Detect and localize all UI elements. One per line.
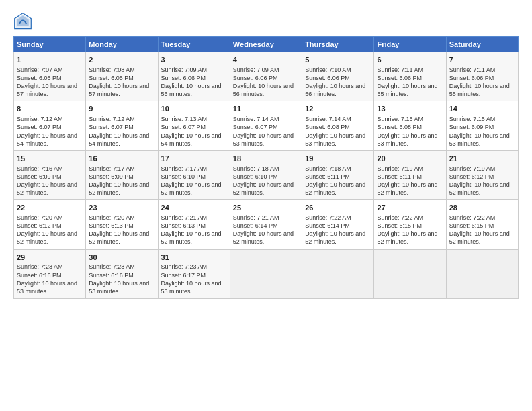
calendar-cell: 4Sunrise: 7:09 AMSunset: 6:06 PMDaylight… bbox=[230, 52, 302, 101]
daylight-info: Daylight: 10 hours and 56 minutes. bbox=[305, 82, 371, 98]
calendar-page: SundayMondayTuesdayWednesdayThursdayFrid… bbox=[0, 0, 532, 411]
day-number: 6 bbox=[377, 55, 443, 65]
day-number: 15 bbox=[17, 154, 83, 164]
calendar-cell: 26Sunrise: 7:22 AMSunset: 6:14 PMDayligh… bbox=[302, 200, 374, 249]
day-number: 2 bbox=[89, 55, 154, 65]
sunrise-info: Sunrise: 7:16 AM bbox=[17, 165, 83, 173]
sunrise-info: Sunrise: 7:14 AM bbox=[233, 115, 299, 123]
sunrise-info: Sunrise: 7:10 AM bbox=[305, 66, 371, 74]
calendar-cell: 24Sunrise: 7:21 AMSunset: 6:13 PMDayligh… bbox=[158, 200, 230, 249]
day-number: 1 bbox=[17, 55, 83, 65]
sunrise-info: Sunrise: 7:19 AM bbox=[377, 165, 443, 173]
sunset-info: Sunset: 6:06 PM bbox=[305, 74, 371, 82]
day-number: 19 bbox=[305, 154, 371, 164]
calendar-cell: 28Sunrise: 7:22 AMSunset: 6:15 PMDayligh… bbox=[446, 200, 518, 249]
sunrise-info: Sunrise: 7:21 AM bbox=[161, 214, 227, 222]
sunrise-info: Sunrise: 7:13 AM bbox=[161, 115, 227, 123]
day-number: 4 bbox=[233, 55, 299, 65]
sunrise-info: Sunrise: 7:19 AM bbox=[449, 165, 515, 173]
daylight-info: Daylight: 10 hours and 53 minutes. bbox=[305, 132, 371, 148]
sunset-info: Sunset: 6:17 PM bbox=[161, 271, 227, 279]
calendar-cell: 27Sunrise: 7:22 AMSunset: 6:15 PMDayligh… bbox=[374, 200, 446, 249]
sunrise-info: Sunrise: 7:17 AM bbox=[89, 165, 154, 173]
sunset-info: Sunset: 6:15 PM bbox=[377, 222, 443, 230]
calendar-cell: 5Sunrise: 7:10 AMSunset: 6:06 PMDaylight… bbox=[302, 52, 374, 101]
calendar-cell: 23Sunrise: 7:20 AMSunset: 6:13 PMDayligh… bbox=[86, 200, 158, 249]
week-row-4: 22Sunrise: 7:20 AMSunset: 6:12 PMDayligh… bbox=[14, 200, 519, 249]
sunrise-info: Sunrise: 7:17 AM bbox=[161, 165, 227, 173]
day-number: 24 bbox=[161, 203, 227, 213]
sunrise-info: Sunrise: 7:22 AM bbox=[305, 214, 371, 222]
col-header-sunday: Sunday bbox=[14, 37, 86, 52]
week-row-5: 29Sunrise: 7:23 AMSunset: 6:16 PMDayligh… bbox=[14, 249, 519, 298]
sunrise-info: Sunrise: 7:21 AM bbox=[233, 214, 299, 222]
sunset-info: Sunset: 6:05 PM bbox=[17, 74, 83, 82]
calendar-cell: 31Sunrise: 7:23 AMSunset: 6:17 PMDayligh… bbox=[158, 249, 230, 298]
sunset-info: Sunset: 6:15 PM bbox=[449, 222, 515, 230]
daylight-info: Daylight: 10 hours and 52 minutes. bbox=[305, 181, 371, 197]
calendar-cell: 2Sunrise: 7:08 AMSunset: 6:05 PMDaylight… bbox=[86, 52, 158, 101]
calendar-cell bbox=[446, 249, 518, 298]
sunset-info: Sunset: 6:12 PM bbox=[17, 222, 83, 230]
day-number: 27 bbox=[377, 203, 443, 213]
calendar-cell: 21Sunrise: 7:19 AMSunset: 6:12 PMDayligh… bbox=[446, 150, 518, 199]
sunset-info: Sunset: 6:09 PM bbox=[89, 173, 154, 181]
col-header-wednesday: Wednesday bbox=[230, 37, 302, 52]
sunrise-info: Sunrise: 7:20 AM bbox=[17, 214, 83, 222]
sunset-info: Sunset: 6:07 PM bbox=[233, 123, 299, 131]
calendar-cell: 8Sunrise: 7:12 AMSunset: 6:07 PMDaylight… bbox=[14, 101, 86, 150]
calendar-cell: 12Sunrise: 7:14 AMSunset: 6:08 PMDayligh… bbox=[302, 101, 374, 150]
sunrise-info: Sunrise: 7:11 AM bbox=[377, 66, 443, 74]
calendar-cell: 15Sunrise: 7:16 AMSunset: 6:09 PMDayligh… bbox=[14, 150, 86, 199]
calendar-cell: 7Sunrise: 7:11 AMSunset: 6:06 PMDaylight… bbox=[446, 52, 518, 101]
calendar-cell: 16Sunrise: 7:17 AMSunset: 6:09 PMDayligh… bbox=[86, 150, 158, 199]
daylight-info: Daylight: 10 hours and 53 minutes. bbox=[89, 279, 154, 295]
sunrise-info: Sunrise: 7:22 AM bbox=[449, 214, 515, 222]
day-number: 21 bbox=[449, 154, 515, 164]
sunset-info: Sunset: 6:06 PM bbox=[377, 74, 443, 82]
sunset-info: Sunset: 6:09 PM bbox=[17, 173, 83, 181]
sunset-info: Sunset: 6:06 PM bbox=[449, 74, 515, 82]
day-number: 13 bbox=[377, 104, 443, 114]
day-number: 9 bbox=[89, 104, 154, 114]
daylight-info: Daylight: 10 hours and 53 minutes. bbox=[17, 279, 83, 295]
sunrise-info: Sunrise: 7:09 AM bbox=[161, 66, 227, 74]
header-row: SundayMondayTuesdayWednesdayThursdayFrid… bbox=[14, 37, 519, 52]
calendar-cell: 11Sunrise: 7:14 AMSunset: 6:07 PMDayligh… bbox=[230, 101, 302, 150]
sunset-info: Sunset: 6:07 PM bbox=[17, 123, 83, 131]
day-number: 28 bbox=[449, 203, 515, 213]
day-number: 8 bbox=[17, 104, 83, 114]
calendar-cell: 14Sunrise: 7:15 AMSunset: 6:09 PMDayligh… bbox=[446, 101, 518, 150]
daylight-info: Daylight: 10 hours and 53 minutes. bbox=[161, 279, 227, 295]
calendar-cell: 20Sunrise: 7:19 AMSunset: 6:11 PMDayligh… bbox=[374, 150, 446, 199]
sunset-info: Sunset: 6:13 PM bbox=[161, 222, 227, 230]
sunset-info: Sunset: 6:11 PM bbox=[377, 173, 443, 181]
sunset-info: Sunset: 6:11 PM bbox=[305, 173, 371, 181]
sunset-info: Sunset: 6:14 PM bbox=[305, 222, 371, 230]
sunset-info: Sunset: 6:07 PM bbox=[161, 123, 227, 131]
sunrise-info: Sunrise: 7:22 AM bbox=[377, 214, 443, 222]
day-number: 17 bbox=[161, 154, 227, 164]
calendar-cell: 1Sunrise: 7:07 AMSunset: 6:05 PMDaylight… bbox=[14, 52, 86, 101]
daylight-info: Daylight: 10 hours and 52 minutes. bbox=[233, 181, 299, 197]
sunrise-info: Sunrise: 7:12 AM bbox=[17, 115, 83, 123]
daylight-info: Daylight: 10 hours and 52 minutes. bbox=[305, 230, 371, 246]
header bbox=[13, 12, 519, 31]
sunrise-info: Sunrise: 7:08 AM bbox=[89, 66, 154, 74]
sunset-info: Sunset: 6:10 PM bbox=[233, 173, 299, 181]
sunrise-info: Sunrise: 7:07 AM bbox=[17, 66, 83, 74]
day-number: 11 bbox=[233, 104, 299, 114]
sunset-info: Sunset: 6:13 PM bbox=[89, 222, 154, 230]
daylight-info: Daylight: 10 hours and 52 minutes. bbox=[89, 181, 154, 197]
sunset-info: Sunset: 6:14 PM bbox=[233, 222, 299, 230]
sunset-info: Sunset: 6:06 PM bbox=[233, 74, 299, 82]
week-row-1: 1Sunrise: 7:07 AMSunset: 6:05 PMDaylight… bbox=[14, 52, 519, 101]
day-number: 25 bbox=[233, 203, 299, 213]
calendar-cell: 17Sunrise: 7:17 AMSunset: 6:10 PMDayligh… bbox=[158, 150, 230, 199]
week-row-2: 8Sunrise: 7:12 AMSunset: 6:07 PMDaylight… bbox=[14, 101, 519, 150]
sunset-info: Sunset: 6:08 PM bbox=[305, 123, 371, 131]
daylight-info: Daylight: 10 hours and 53 minutes. bbox=[449, 132, 515, 148]
calendar-cell: 22Sunrise: 7:20 AMSunset: 6:12 PMDayligh… bbox=[14, 200, 86, 249]
daylight-info: Daylight: 10 hours and 57 minutes. bbox=[17, 82, 83, 98]
sunset-info: Sunset: 6:16 PM bbox=[89, 271, 154, 279]
